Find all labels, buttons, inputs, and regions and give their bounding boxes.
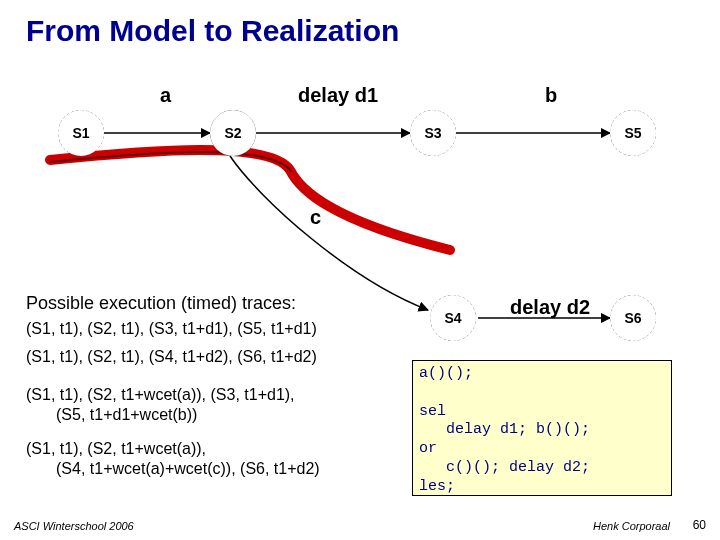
- edge-label-c: c: [310, 206, 321, 229]
- footer-page-number: 60: [693, 518, 706, 532]
- state-s4: S4: [430, 295, 476, 341]
- diagram-edges: [30, 80, 690, 340]
- state-s6: S6: [610, 295, 656, 341]
- slide-title: From Model to Realization: [26, 14, 399, 48]
- trace-4b: (S4, t1+wcet(a)+wcet(c)), (S6, t1+d2): [56, 460, 320, 478]
- edge-label-delay-d1: delay d1: [298, 84, 378, 107]
- state-s1: S1: [58, 110, 104, 156]
- edge-label-delay-d2: delay d2: [510, 296, 590, 319]
- state-s3: S3: [410, 110, 456, 156]
- trace-4a: (S1, t1), (S2, t1+wcet(a)),: [26, 440, 206, 458]
- state-s2: S2: [210, 110, 256, 156]
- trace-2: (S1, t1), (S2, t1), (S4, t1+d2), (S6, t1…: [26, 348, 317, 366]
- footer-left: ASCI Winterschool 2006: [14, 520, 134, 532]
- trace-3b: (S5, t1+d1+wcet(b)): [56, 406, 197, 424]
- edge-label-a: a: [160, 84, 171, 107]
- code-box: a()(); sel delay d1; b()(); or c()(); de…: [412, 360, 672, 496]
- state-s5: S5: [610, 110, 656, 156]
- trace-3a: (S1, t1), (S2, t1+wcet(a)), (S3, t1+d1),: [26, 386, 295, 404]
- edge-label-b: b: [545, 84, 557, 107]
- footer-right: Henk Corporaal: [593, 520, 670, 532]
- state-diagram: S1 S2 S3 S5 S4 S6 a delay d1 b c delay d…: [30, 80, 690, 340]
